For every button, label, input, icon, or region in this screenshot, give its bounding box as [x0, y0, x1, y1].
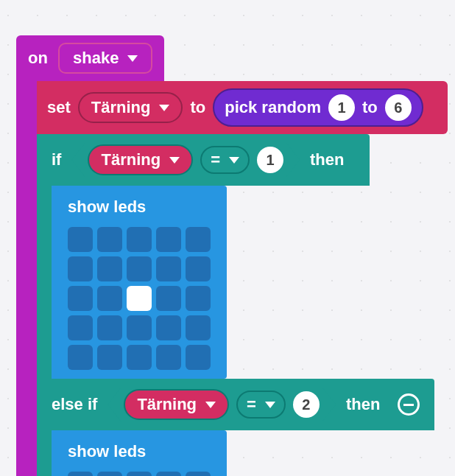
led-cell[interactable]: [68, 256, 93, 281]
led-cell[interactable]: [156, 472, 181, 476]
led-cell[interactable]: [68, 315, 93, 340]
led-cell[interactable]: [68, 286, 93, 311]
led-cell[interactable]: [68, 472, 93, 476]
led-cell[interactable]: [97, 315, 122, 340]
on-block-side: [16, 74, 37, 476]
operator-dropdown[interactable]: =: [236, 391, 286, 419]
pick-random-label: pick random: [225, 98, 321, 117]
show-leds-block[interactable]: show leds: [52, 186, 227, 379]
led-cell[interactable]: [127, 315, 152, 340]
comparison-value-input[interactable]: 2: [293, 391, 320, 418]
led-grid[interactable]: [68, 472, 211, 476]
led-cell[interactable]: [127, 256, 152, 281]
variable-name: Tärning: [91, 98, 151, 117]
if-block-side: [37, 186, 52, 379]
random-high-input[interactable]: 6: [385, 94, 412, 121]
remove-elseif-button[interactable]: [398, 393, 420, 416]
led-cell[interactable]: [127, 227, 152, 252]
led-cell[interactable]: [156, 315, 181, 340]
gesture-dropdown[interactable]: shake: [58, 43, 152, 74]
show-leds-label: show leds: [68, 197, 211, 217]
led-cell[interactable]: [97, 256, 122, 281]
pick-random-block[interactable]: pick random 1 to 6: [213, 88, 423, 127]
variable-name: Tärning: [101, 150, 161, 169]
operator-dropdown[interactable]: =: [200, 146, 250, 174]
led-cell[interactable]: [127, 472, 152, 476]
led-cell[interactable]: [186, 286, 211, 311]
set-variable-block[interactable]: set Tärning to pick random 1 to 6: [37, 81, 448, 134]
chevron-down-icon: [229, 157, 239, 164]
elseif-block-header[interactable]: else if Tärning = 2 then: [37, 379, 434, 430]
chevron-down-icon: [159, 105, 169, 111]
led-cell[interactable]: [156, 227, 181, 252]
if-label: if: [52, 150, 61, 169]
led-cell[interactable]: [97, 472, 122, 476]
led-cell[interactable]: [156, 286, 181, 311]
variable-dropdown[interactable]: Tärning: [78, 92, 183, 123]
led-cell[interactable]: [97, 286, 122, 311]
set-label: set: [47, 98, 71, 117]
random-low-input[interactable]: 1: [328, 94, 355, 121]
led-cell[interactable]: [68, 227, 93, 252]
variable-reporter[interactable]: Tärning: [88, 144, 193, 175]
show-leds-label: show leds: [68, 442, 211, 461]
chevron-down-icon: [169, 157, 180, 164]
if-block-header[interactable]: if Tärning = 1 then: [37, 134, 370, 186]
led-cell[interactable]: [186, 315, 211, 340]
led-grid[interactable]: [68, 227, 211, 370]
then-label: then: [346, 395, 380, 414]
led-cell[interactable]: [186, 256, 211, 281]
led-cell[interactable]: [127, 286, 152, 311]
random-to-label: to: [362, 98, 378, 117]
comparison-block[interactable]: Tärning = 2: [107, 388, 336, 421]
led-cell[interactable]: [186, 472, 211, 476]
led-cell[interactable]: [156, 256, 181, 281]
led-cell[interactable]: [97, 227, 122, 252]
led-cell[interactable]: [68, 345, 93, 370]
elseif-label: else if: [52, 395, 97, 414]
variable-name: Tärning: [137, 395, 197, 414]
operator-value: =: [211, 150, 220, 169]
chevron-down-icon: [127, 55, 138, 62]
chevron-down-icon: [265, 402, 275, 408]
show-leds-block[interactable]: show leds: [52, 430, 227, 476]
workspace: on shake set Tärning to pick random 1 to…: [0, 0, 455, 476]
led-cell[interactable]: [156, 345, 181, 370]
comparison-value-input[interactable]: 1: [257, 147, 283, 173]
to-label: to: [190, 98, 205, 117]
if-block-side: [37, 430, 52, 476]
chevron-down-icon: [205, 402, 216, 408]
variable-reporter[interactable]: Tärning: [124, 389, 229, 420]
operator-value: =: [247, 395, 256, 414]
comparison-block[interactable]: Tärning = 1: [71, 143, 300, 177]
led-cell[interactable]: [186, 345, 211, 370]
led-cell[interactable]: [97, 345, 122, 370]
on-gesture-block[interactable]: on shake: [16, 35, 164, 81]
gesture-value: shake: [73, 49, 119, 68]
led-cell[interactable]: [127, 345, 152, 370]
led-cell[interactable]: [186, 227, 211, 252]
on-label: on: [28, 49, 48, 67]
then-label: then: [310, 150, 344, 169]
